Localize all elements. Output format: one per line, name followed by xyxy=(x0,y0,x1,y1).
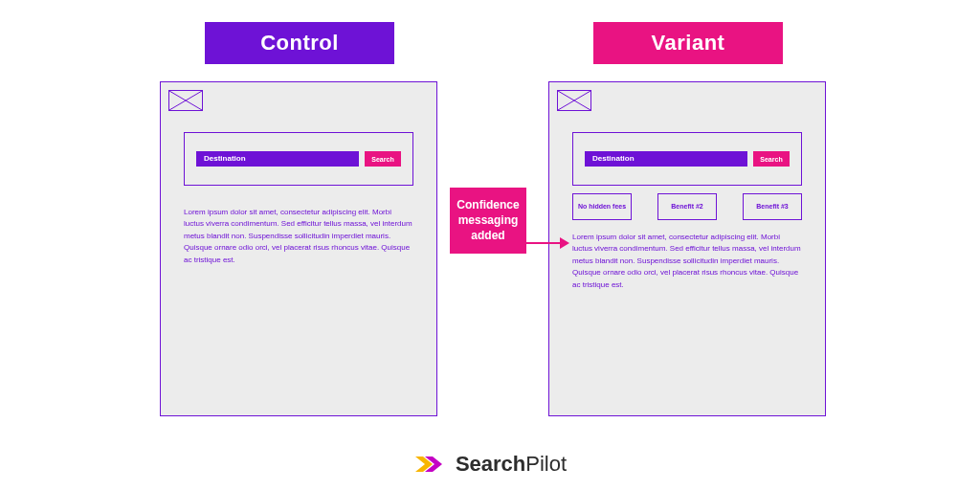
annotation-arrow-icon xyxy=(523,236,569,250)
svg-marker-5 xyxy=(560,237,569,249)
benefits-row: No hidden fees Benefit #2 Benefit #3 xyxy=(572,193,802,220)
brand-name: SearchPilot xyxy=(456,452,567,477)
annotation-label: Confidence messaging added xyxy=(450,188,526,254)
search-button[interactable]: Search xyxy=(365,151,401,167)
benefit-chip-no-hidden-fees: No hidden fees xyxy=(572,193,632,220)
variant-panel: Destination Search No hidden fees Benefi… xyxy=(548,81,826,416)
searchpilot-logo-icon xyxy=(413,453,448,476)
benefit-chip-3: Benefit #3 xyxy=(743,193,802,220)
body-copy-control: Lorem ipsum dolor sit amet, consectetur … xyxy=(184,207,413,266)
image-placeholder-icon xyxy=(557,90,591,111)
header-variant: Variant xyxy=(593,22,783,64)
search-bar: Destination Search xyxy=(184,132,413,186)
benefit-chip-2: Benefit #2 xyxy=(657,193,717,220)
header-control: Control xyxy=(205,22,394,64)
body-copy-variant: Lorem ipsum dolor sit amet, consectetur … xyxy=(572,232,802,291)
control-panel: Destination Search Lorem ipsum dolor sit… xyxy=(160,81,437,416)
image-placeholder-icon xyxy=(168,90,203,111)
search-button[interactable]: Search xyxy=(753,151,790,167)
destination-input[interactable]: Destination xyxy=(196,151,359,167)
brand-footer: SearchPilot xyxy=(0,452,980,477)
brand-name-light: Pilot xyxy=(525,452,567,476)
brand-name-bold: Search xyxy=(456,452,525,476)
search-bar: Destination Search xyxy=(572,132,802,186)
destination-input[interactable]: Destination xyxy=(585,151,747,167)
